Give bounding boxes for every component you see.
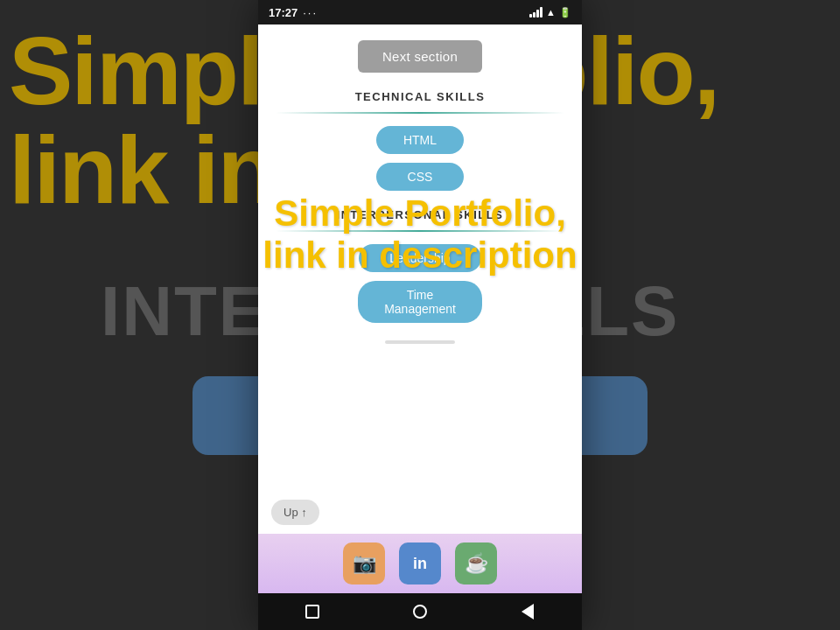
back-icon — [522, 604, 534, 620]
interpersonal-skills-header: INTERPERSONAL SKILLS — [276, 208, 564, 225]
technical-skills-grid: HTML CSS — [276, 126, 564, 191]
linkedin-icon-btn[interactable]: in — [399, 542, 441, 584]
nav-recents-button[interactable] — [304, 603, 321, 620]
up-button[interactable]: Up ↑ — [271, 500, 319, 525]
signal-icon — [529, 7, 542, 18]
wifi-icon: ▲ — [546, 7, 556, 18]
scroll-content[interactable]: TECHNICAL SKILLS HTML CSS INTERPERSONAL … — [258, 81, 582, 534]
interpersonal-skills-grid: Leadership TimeManagement — [276, 244, 564, 323]
up-button-label: Up ↑ — [284, 506, 307, 519]
scroll-indicator — [385, 340, 455, 344]
interpersonal-skills-divider — [276, 230, 564, 232]
technical-skills-header: TECHNICAL SKILLS — [276, 90, 564, 107]
bottom-icons-bar: 📷 in ☕ — [258, 534, 582, 593]
skill-leadership: Leadership — [359, 244, 481, 272]
home-icon — [413, 605, 427, 619]
status-icons: ▲ 🔋 — [529, 7, 571, 18]
phone-frame: 17:27 ··· ▲ 🔋 Next section TECHNICAL SKI… — [258, 0, 582, 630]
linkedin-icon: in — [413, 555, 427, 573]
instagram-icon: 📷 — [353, 552, 376, 575]
skill-time-management: TimeManagement — [358, 281, 482, 323]
android-nav-bar — [258, 593, 582, 630]
technical-skills-divider — [276, 112, 564, 114]
battery-icon: 🔋 — [559, 7, 571, 18]
kofi-icon: ☕ — [465, 552, 488, 575]
skill-css: CSS — [376, 163, 464, 191]
nav-back-button[interactable] — [519, 603, 536, 620]
instagram-icon-btn[interactable]: 📷 — [343, 542, 385, 584]
kofi-icon-btn[interactable]: ☕ — [455, 542, 497, 584]
nav-home-button[interactable] — [411, 603, 429, 620]
recents-icon — [305, 605, 319, 619]
status-dots: ··· — [303, 6, 318, 19]
status-bar: 17:27 ··· ▲ 🔋 — [258, 0, 582, 24]
next-section-button[interactable]: Next section — [358, 40, 482, 73]
next-section-area: Next section — [258, 24, 582, 81]
skill-html: HTML — [376, 126, 464, 154]
status-time: 17:27 — [269, 6, 298, 19]
